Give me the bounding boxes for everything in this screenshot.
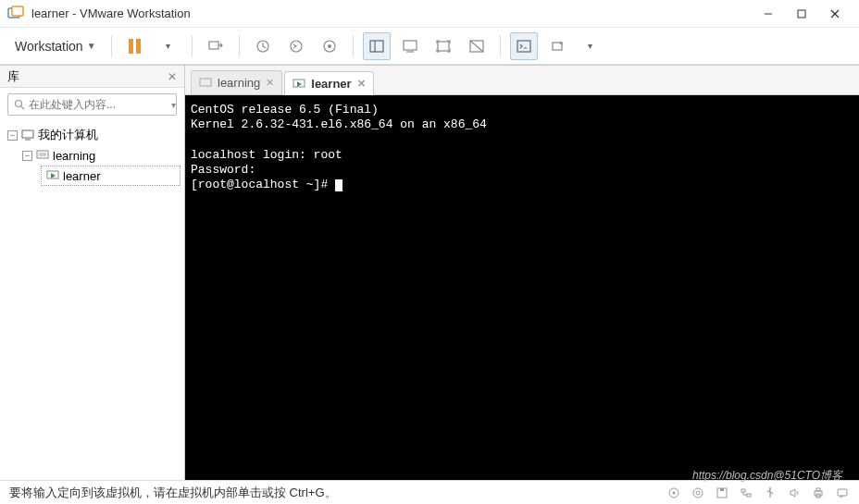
svg-rect-27	[200, 79, 211, 86]
vm-on-icon	[45, 168, 60, 183]
sound-icon[interactable]	[787, 486, 802, 500]
svg-rect-39	[816, 488, 820, 491]
tree-item-label: learner	[63, 169, 100, 183]
vm-off-icon	[35, 148, 50, 163]
svg-point-32	[696, 491, 700, 495]
pause-icon	[129, 39, 141, 54]
close-button[interactable]	[818, 2, 852, 26]
search-input[interactable]	[29, 98, 168, 111]
svg-rect-25	[39, 153, 46, 156]
sidebar-close-button[interactable]: ✕	[168, 70, 177, 83]
show-console-button[interactable]	[510, 32, 538, 60]
terminal-output[interactable]: CentOS release 6.5 (Final) Kernel 2.6.32…	[185, 95, 859, 480]
printer-icon[interactable]	[811, 486, 826, 500]
stretch-button[interactable]	[543, 32, 571, 60]
chevron-down-icon: ▾	[588, 41, 592, 51]
tree-root-my-computer[interactable]: − 我的计算机	[4, 125, 181, 145]
svg-rect-18	[517, 41, 530, 52]
computer-icon	[20, 128, 35, 142]
send-button[interactable]	[202, 32, 230, 60]
fullscreen-button[interactable]	[430, 32, 457, 60]
tree-root-label: 我的计算机	[38, 127, 98, 143]
vm-on-icon	[293, 79, 305, 90]
separator	[111, 35, 112, 57]
tab-label: learner	[311, 77, 351, 91]
svg-line-21	[21, 106, 24, 109]
floppy-icon[interactable]	[715, 486, 729, 500]
vm-off-icon	[199, 78, 212, 89]
svg-rect-36	[747, 494, 751, 497]
chevron-down-icon: ▾	[166, 41, 170, 51]
svg-point-20	[16, 101, 22, 107]
tree-item-label: learning	[53, 149, 95, 163]
status-device-icons	[666, 486, 850, 500]
separator	[239, 35, 240, 57]
minimize-button[interactable]	[752, 2, 785, 26]
disk-icon[interactable]	[666, 486, 681, 500]
titlebar: learner - VMware Workstation	[0, 0, 859, 28]
tree-item-learner[interactable]: learner	[41, 166, 181, 186]
library-tree: − 我的计算机 − learning learner	[0, 121, 184, 480]
manage-snapshots-button[interactable]	[316, 32, 343, 60]
tab-bar: learning ✕ learner ✕	[185, 66, 859, 95]
svg-point-31	[693, 488, 703, 498]
main-area: learning ✕ learner ✕ CentOS release 6.5 …	[185, 66, 859, 480]
svg-rect-3	[798, 10, 805, 18]
collapse-icon[interactable]: −	[7, 130, 18, 141]
cdrom-icon[interactable]	[691, 486, 705, 500]
console-view-button[interactable]	[396, 32, 424, 60]
revert-button[interactable]	[282, 32, 310, 60]
window-controls	[752, 2, 852, 26]
workstation-menu[interactable]: Workstation ▼	[9, 35, 102, 57]
svg-rect-22	[22, 130, 33, 138]
content-area: 库 ✕ ▾ − 我的计算机 − learning learner	[0, 65, 859, 480]
svg-rect-13	[404, 41, 417, 50]
usb-icon[interactable]	[763, 486, 778, 500]
svg-point-30	[673, 491, 676, 494]
sidebar: 库 ✕ ▾ − 我的计算机 − learning learner	[0, 66, 185, 480]
svg-rect-34	[720, 488, 724, 491]
svg-rect-35	[741, 489, 745, 492]
svg-point-10	[328, 44, 331, 48]
collapse-icon[interactable]: −	[22, 151, 32, 161]
search-icon	[14, 99, 25, 110]
svg-rect-15	[438, 42, 449, 51]
sidebar-title: 库	[7, 68, 19, 85]
svg-point-37	[769, 487, 771, 489]
pause-button[interactable]	[121, 32, 149, 60]
sidebar-header: 库 ✕	[0, 66, 184, 88]
app-icon	[7, 6, 24, 22]
svg-line-17	[470, 41, 483, 52]
sidebar-toggle-button[interactable]	[363, 32, 391, 60]
separator	[500, 35, 501, 57]
message-icon[interactable]	[835, 486, 850, 500]
search-dropdown-icon[interactable]: ▾	[171, 100, 176, 110]
svg-rect-1	[12, 6, 23, 16]
svg-rect-11	[370, 41, 383, 52]
tab-close-button[interactable]: ✕	[266, 77, 274, 89]
snapshot-button[interactable]	[249, 32, 277, 60]
maximize-button[interactable]	[785, 2, 818, 26]
search-box[interactable]: ▾	[7, 93, 177, 116]
tab-learning[interactable]: learning ✕	[191, 70, 282, 94]
tab-label: learning	[218, 76, 260, 90]
power-dropdown[interactable]: ▾	[155, 32, 182, 60]
tab-close-button[interactable]: ✕	[357, 78, 366, 90]
network-icon[interactable]	[739, 486, 753, 500]
status-message: 要将输入定向到该虚拟机，请在虚拟机内部单击或按 Ctrl+G。	[9, 485, 337, 501]
statusbar: 要将输入定向到该虚拟机，请在虚拟机内部单击或按 Ctrl+G。	[0, 480, 859, 504]
separator	[192, 35, 193, 57]
stretch-dropdown[interactable]: ▾	[577, 32, 604, 60]
dropdown-arrow-icon: ▼	[87, 41, 96, 51]
separator	[353, 35, 354, 57]
tab-learner[interactable]: learner ✕	[284, 71, 373, 95]
toolbar: Workstation ▼ ▾ ▾	[0, 28, 859, 65]
window-title: learner - VMware Workstation	[31, 6, 752, 20]
unity-button[interactable]	[463, 32, 491, 60]
svg-rect-6	[209, 42, 218, 49]
workstation-menu-label: Workstation	[15, 39, 83, 54]
tree-item-learning[interactable]: − learning	[19, 145, 181, 166]
svg-rect-41	[838, 489, 847, 496]
